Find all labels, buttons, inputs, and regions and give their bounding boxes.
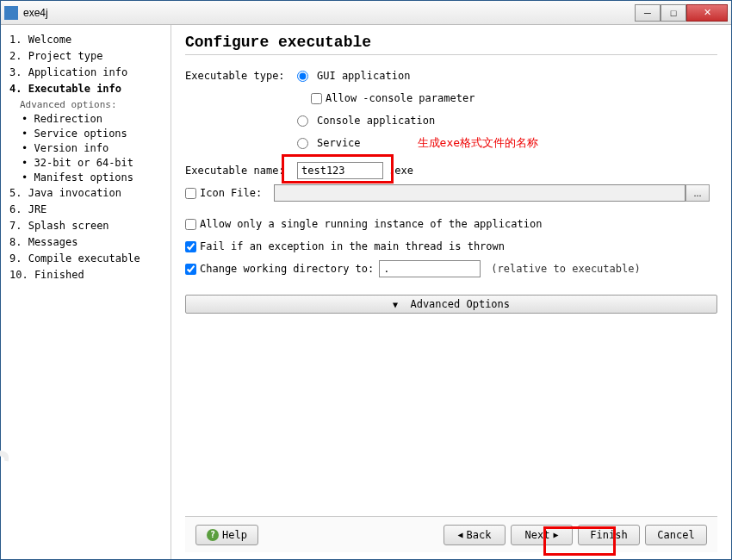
- next-label: Next: [525, 529, 550, 541]
- help-label: Help: [222, 529, 247, 541]
- cwd-input[interactable]: [379, 260, 481, 277]
- radio-gui-label: GUI application: [317, 70, 410, 82]
- triangle-right-icon: ▶: [553, 530, 558, 539]
- checkbox-fail-exception[interactable]: [185, 241, 196, 252]
- minimize-button[interactable]: ─: [635, 4, 661, 22]
- change-cwd-label: Change working directory to:: [200, 263, 374, 275]
- exec-name-input[interactable]: [297, 162, 383, 179]
- close-button[interactable]: ✕: [686, 4, 728, 22]
- checkbox-single-instance[interactable]: [185, 219, 196, 230]
- help-icon: ?: [207, 529, 219, 541]
- divider: [185, 54, 717, 55]
- window-title: exe4j: [23, 7, 635, 19]
- cancel-button[interactable]: Cancel: [645, 525, 707, 545]
- main-panel: Configure executable Executable type: GU…: [171, 25, 731, 559]
- footer-bar: ? Help ◀ Back Next ▶ Finish Cancel: [185, 516, 717, 552]
- allow-console-label: Allow -console parameter: [326, 92, 475, 104]
- icon-file-label: Icon File:: [200, 187, 274, 199]
- cwd-relative-label: (relative to executable): [491, 263, 640, 275]
- single-instance-label: Allow only a single running instance of …: [200, 218, 542, 230]
- help-button[interactable]: ? Help: [195, 525, 258, 545]
- advanced-options-btn-label: Advanced Options: [410, 298, 510, 310]
- app-icon: [4, 6, 18, 20]
- triangle-left-icon: ◀: [458, 530, 463, 539]
- radio-service-label: Service: [317, 137, 361, 149]
- advanced-options-label: Advanced options:: [6, 97, 165, 112]
- next-button[interactable]: Next ▶: [511, 525, 573, 545]
- exec-name-suffix: .exe: [388, 165, 413, 177]
- watermark-text: exe4j: [0, 447, 9, 542]
- substep-redirection[interactable]: Redirection: [6, 112, 165, 127]
- checkbox-change-cwd[interactable]: [185, 264, 196, 275]
- exec-type-label: Executable type:: [185, 70, 297, 82]
- substep-service-options[interactable]: Service options: [6, 127, 165, 141]
- app-window: exe4j ─ □ ✕ 1. Welcome 2. Project type 3…: [0, 0, 732, 560]
- substep-bitness[interactable]: 32-bit or 64-bit: [6, 156, 165, 171]
- wizard-sidebar: 1. Welcome 2. Project type 3. Applicatio…: [1, 25, 171, 559]
- checkbox-allow-console-param[interactable]: [311, 93, 322, 104]
- advanced-options-button[interactable]: ▼ Advanced Options: [185, 295, 717, 314]
- substep-manifest[interactable]: Manifest options: [6, 171, 165, 185]
- step-messages[interactable]: 8. Messages: [6, 234, 165, 251]
- chevron-down-icon: ▼: [393, 300, 398, 309]
- fail-exception-label: Fail if an exception in the main thread …: [200, 240, 505, 252]
- step-splash[interactable]: 7. Splash screen: [6, 218, 165, 234]
- back-button[interactable]: ◀ Back: [444, 525, 506, 545]
- browse-icon-button[interactable]: ...: [685, 184, 710, 202]
- radio-console-label: Console application: [317, 115, 435, 127]
- step-application-info[interactable]: 3. Application info: [6, 65, 165, 81]
- substep-version-info[interactable]: Version info: [6, 141, 165, 156]
- cancel-label: Cancel: [657, 529, 694, 541]
- exec-name-label: Executable name:: [185, 165, 297, 177]
- checkbox-icon-file[interactable]: [185, 188, 196, 199]
- radio-service[interactable]: [297, 138, 308, 149]
- step-finished[interactable]: 10. Finished: [6, 267, 165, 283]
- step-project-type[interactable]: 2. Project type: [6, 48, 165, 65]
- step-jre[interactable]: 6. JRE: [6, 202, 165, 218]
- back-label: Back: [467, 529, 492, 541]
- finish-label: Finish: [590, 529, 627, 541]
- annotation-text: 生成exe格式文件的名称: [418, 135, 538, 151]
- icon-file-path: [274, 184, 685, 202]
- step-welcome[interactable]: 1. Welcome: [6, 32, 165, 48]
- step-executable-info[interactable]: 4. Executable info: [6, 81, 165, 97]
- page-heading: Configure executable: [185, 34, 717, 51]
- step-compile[interactable]: 9. Compile executable: [6, 251, 165, 267]
- finish-button[interactable]: Finish: [578, 525, 640, 545]
- step-java-invocation[interactable]: 5. Java invocation: [6, 185, 165, 202]
- radio-console-application[interactable]: [297, 115, 308, 127]
- titlebar: exe4j ─ □ ✕: [1, 1, 731, 25]
- maximize-button[interactable]: □: [661, 4, 686, 22]
- radio-gui-application[interactable]: [297, 71, 308, 82]
